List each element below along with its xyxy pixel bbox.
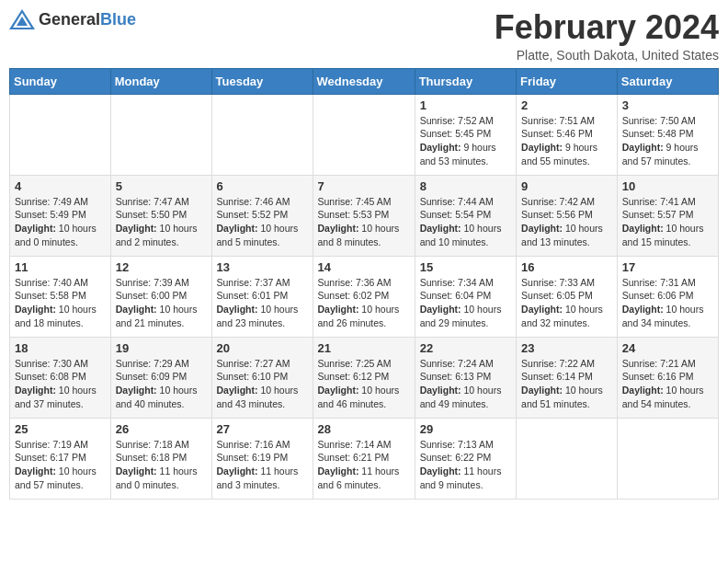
page-header: GeneralBlue February 2024 Platte, South … xyxy=(9,9,719,63)
cell-content: Sunrise: 7:16 AMSunset: 6:19 PMDaylight:… xyxy=(217,438,308,492)
cell-content: Sunrise: 7:30 AMSunset: 6:08 PMDaylight:… xyxy=(15,357,106,411)
day-number: 19 xyxy=(116,341,207,355)
logo-blue: Blue xyxy=(100,10,136,29)
cell-content: Sunrise: 7:33 AMSunset: 6:05 PMDaylight:… xyxy=(521,276,612,330)
calendar-cell: 15Sunrise: 7:34 AMSunset: 6:04 PMDayligh… xyxy=(415,256,516,337)
day-number: 10 xyxy=(622,179,713,193)
cell-content: Sunrise: 7:40 AMSunset: 5:58 PMDaylight:… xyxy=(15,276,106,330)
calendar-cell: 6Sunrise: 7:46 AMSunset: 5:52 PMDaylight… xyxy=(211,175,313,256)
day-number: 23 xyxy=(521,341,612,355)
day-number: 20 xyxy=(217,341,308,355)
cell-content: Sunrise: 7:18 AMSunset: 6:18 PMDaylight:… xyxy=(116,438,207,492)
calendar-week-row: 4Sunrise: 7:49 AMSunset: 5:49 PMDaylight… xyxy=(10,175,719,256)
cell-content: Sunrise: 7:49 AMSunset: 5:49 PMDaylight:… xyxy=(15,195,106,249)
calendar-cell: 7Sunrise: 7:45 AMSunset: 5:53 PMDaylight… xyxy=(313,175,415,256)
cell-content: Sunrise: 7:37 AMSunset: 6:01 PMDaylight:… xyxy=(217,276,308,330)
day-number: 28 xyxy=(318,422,410,436)
cell-content: Sunrise: 7:52 AMSunset: 5:45 PMDaylight:… xyxy=(420,114,511,168)
cell-content: Sunrise: 7:13 AMSunset: 6:22 PMDaylight:… xyxy=(420,438,511,492)
calendar-cell: 26Sunrise: 7:18 AMSunset: 6:18 PMDayligh… xyxy=(110,418,211,499)
calendar-week-row: 25Sunrise: 7:19 AMSunset: 6:17 PMDayligh… xyxy=(10,418,719,499)
calendar-cell: 1Sunrise: 7:52 AMSunset: 5:45 PMDaylight… xyxy=(415,94,516,175)
calendar-table: SundayMondayTuesdayWednesdayThursdayFrid… xyxy=(9,68,719,500)
calendar-cell: 19Sunrise: 7:29 AMSunset: 6:09 PMDayligh… xyxy=(110,337,211,418)
calendar-cell xyxy=(617,418,718,499)
cell-content: Sunrise: 7:42 AMSunset: 5:56 PMDaylight:… xyxy=(521,195,612,249)
calendar-cell xyxy=(517,418,618,499)
logo-text: GeneralBlue xyxy=(39,10,136,29)
col-header-sunday: Sunday xyxy=(10,68,111,94)
cell-content: Sunrise: 7:29 AMSunset: 6:09 PMDaylight:… xyxy=(116,357,207,411)
location-title: Platte, South Dakota, United States xyxy=(495,48,719,63)
day-number: 6 xyxy=(217,179,308,193)
day-number: 3 xyxy=(622,98,713,112)
calendar-cell xyxy=(211,94,313,175)
day-number: 11 xyxy=(15,260,106,274)
calendar-cell: 10Sunrise: 7:41 AMSunset: 5:57 PMDayligh… xyxy=(617,175,718,256)
day-number: 26 xyxy=(116,422,207,436)
calendar-cell: 12Sunrise: 7:39 AMSunset: 6:00 PMDayligh… xyxy=(110,256,211,337)
cell-content: Sunrise: 7:24 AMSunset: 6:13 PMDaylight:… xyxy=(420,357,511,411)
cell-content: Sunrise: 7:50 AMSunset: 5:48 PMDaylight:… xyxy=(622,114,713,168)
day-number: 9 xyxy=(521,179,612,193)
calendar-cell: 2Sunrise: 7:51 AMSunset: 5:46 PMDaylight… xyxy=(517,94,618,175)
calendar-cell: 13Sunrise: 7:37 AMSunset: 6:01 PMDayligh… xyxy=(211,256,313,337)
calendar-cell xyxy=(10,94,111,175)
calendar-cell xyxy=(313,94,415,175)
col-header-wednesday: Wednesday xyxy=(313,68,415,94)
calendar-cell xyxy=(110,94,211,175)
day-number: 1 xyxy=(420,98,511,112)
title-area: February 2024 Platte, South Dakota, Unit… xyxy=(495,9,719,63)
col-header-monday: Monday xyxy=(110,68,211,94)
calendar-cell: 17Sunrise: 7:31 AMSunset: 6:06 PMDayligh… xyxy=(617,256,718,337)
day-number: 24 xyxy=(622,341,713,355)
day-number: 22 xyxy=(420,341,511,355)
month-title: February 2024 xyxy=(495,9,719,46)
calendar-cell: 27Sunrise: 7:16 AMSunset: 6:19 PMDayligh… xyxy=(211,418,313,499)
day-number: 27 xyxy=(217,422,308,436)
cell-content: Sunrise: 7:31 AMSunset: 6:06 PMDaylight:… xyxy=(622,276,713,330)
cell-content: Sunrise: 7:46 AMSunset: 5:52 PMDaylight:… xyxy=(217,195,308,249)
calendar-cell: 28Sunrise: 7:14 AMSunset: 6:21 PMDayligh… xyxy=(313,418,415,499)
cell-content: Sunrise: 7:25 AMSunset: 6:12 PMDaylight:… xyxy=(318,357,410,411)
calendar-cell: 11Sunrise: 7:40 AMSunset: 5:58 PMDayligh… xyxy=(10,256,111,337)
calendar-cell: 8Sunrise: 7:44 AMSunset: 5:54 PMDaylight… xyxy=(415,175,516,256)
day-number: 4 xyxy=(15,179,106,193)
cell-content: Sunrise: 7:45 AMSunset: 5:53 PMDaylight:… xyxy=(318,195,410,249)
cell-content: Sunrise: 7:27 AMSunset: 6:10 PMDaylight:… xyxy=(217,357,308,411)
day-number: 21 xyxy=(318,341,410,355)
calendar-cell: 18Sunrise: 7:30 AMSunset: 6:08 PMDayligh… xyxy=(10,337,111,418)
day-number: 18 xyxy=(15,341,106,355)
cell-content: Sunrise: 7:14 AMSunset: 6:21 PMDaylight:… xyxy=(318,438,410,492)
day-number: 14 xyxy=(318,260,410,274)
cell-content: Sunrise: 7:19 AMSunset: 6:17 PMDaylight:… xyxy=(15,438,106,492)
calendar-week-row: 11Sunrise: 7:40 AMSunset: 5:58 PMDayligh… xyxy=(10,256,719,337)
calendar-cell: 23Sunrise: 7:22 AMSunset: 6:14 PMDayligh… xyxy=(517,337,618,418)
calendar-cell: 24Sunrise: 7:21 AMSunset: 6:16 PMDayligh… xyxy=(617,337,718,418)
cell-content: Sunrise: 7:36 AMSunset: 6:02 PMDaylight:… xyxy=(318,276,410,330)
cell-content: Sunrise: 7:34 AMSunset: 6:04 PMDaylight:… xyxy=(420,276,511,330)
day-number: 15 xyxy=(420,260,511,274)
calendar-cell: 9Sunrise: 7:42 AMSunset: 5:56 PMDaylight… xyxy=(517,175,618,256)
day-number: 7 xyxy=(318,179,410,193)
calendar-week-row: 1Sunrise: 7:52 AMSunset: 5:45 PMDaylight… xyxy=(10,94,719,175)
cell-content: Sunrise: 7:47 AMSunset: 5:50 PMDaylight:… xyxy=(116,195,207,249)
day-number: 29 xyxy=(420,422,511,436)
day-number: 25 xyxy=(15,422,106,436)
logo: GeneralBlue xyxy=(9,9,136,29)
calendar-cell: 16Sunrise: 7:33 AMSunset: 6:05 PMDayligh… xyxy=(517,256,618,337)
cell-content: Sunrise: 7:39 AMSunset: 6:00 PMDaylight:… xyxy=(116,276,207,330)
cell-content: Sunrise: 7:21 AMSunset: 6:16 PMDaylight:… xyxy=(622,357,713,411)
logo-icon xyxy=(9,9,35,29)
calendar-cell: 5Sunrise: 7:47 AMSunset: 5:50 PMDaylight… xyxy=(110,175,211,256)
calendar-cell: 14Sunrise: 7:36 AMSunset: 6:02 PMDayligh… xyxy=(313,256,415,337)
col-header-friday: Friday xyxy=(517,68,618,94)
cell-content: Sunrise: 7:41 AMSunset: 5:57 PMDaylight:… xyxy=(622,195,713,249)
calendar-week-row: 18Sunrise: 7:30 AMSunset: 6:08 PMDayligh… xyxy=(10,337,719,418)
cell-content: Sunrise: 7:22 AMSunset: 6:14 PMDaylight:… xyxy=(521,357,612,411)
calendar-cell: 22Sunrise: 7:24 AMSunset: 6:13 PMDayligh… xyxy=(415,337,516,418)
cell-content: Sunrise: 7:44 AMSunset: 5:54 PMDaylight:… xyxy=(420,195,511,249)
day-number: 12 xyxy=(116,260,207,274)
calendar-cell: 20Sunrise: 7:27 AMSunset: 6:10 PMDayligh… xyxy=(211,337,313,418)
day-number: 13 xyxy=(217,260,308,274)
